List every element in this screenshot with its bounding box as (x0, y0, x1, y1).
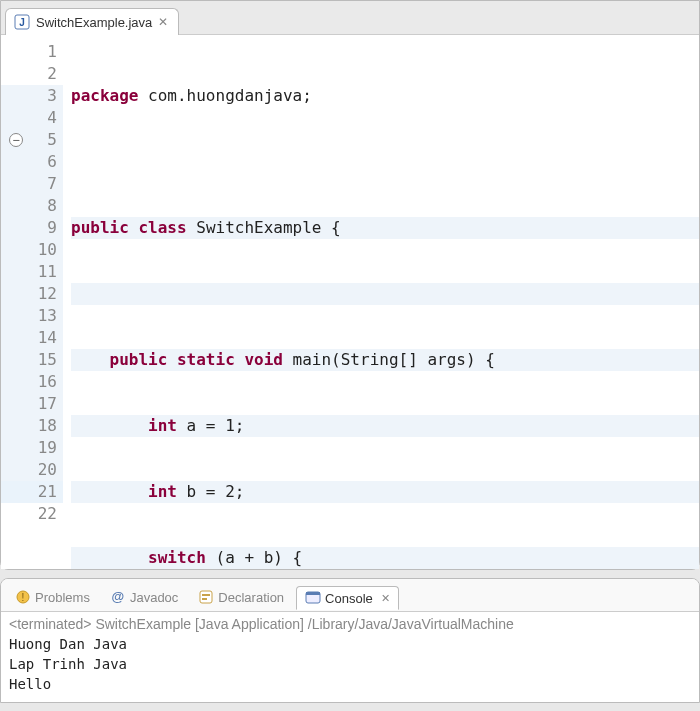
line-number: 14 (19, 327, 63, 349)
bottom-pane: ! Problems @ Javadoc Declaration Console… (0, 578, 700, 703)
svg-text:J: J (19, 17, 25, 28)
line-number: 9 (19, 217, 63, 239)
line-number: 8 (19, 195, 63, 217)
line-number: 15 (19, 349, 63, 371)
line-number: −5 (19, 129, 63, 151)
line-number: 19 (19, 437, 63, 459)
console-status: <terminated> SwitchExample [Java Applica… (9, 616, 691, 632)
line-number: 6 (19, 151, 63, 173)
line-number: 16 (19, 371, 63, 393)
view-tab-bar: ! Problems @ Javadoc Declaration Console… (1, 579, 699, 612)
code-area[interactable]: 1 2 3 4 −5 6 7 8 9 10 11 12 13 14 15 16 … (1, 35, 699, 569)
line-number: 20 (19, 459, 63, 481)
close-icon[interactable]: ✕ (158, 15, 168, 29)
line-number: 12 (19, 283, 63, 305)
editor-pane: J SwitchExample.java ✕ (0, 0, 700, 570)
line-number: 1 (19, 41, 63, 63)
line-number: 22 (19, 503, 63, 525)
console-icon (305, 590, 321, 606)
line-number: 10 (19, 239, 63, 261)
declaration-icon (198, 589, 214, 605)
console-output[interactable]: Huong Dan Java Lap Trinh Java Hello (9, 634, 691, 694)
svg-text:!: ! (22, 592, 25, 603)
editor-tab-label: SwitchExample.java (36, 15, 152, 30)
line-number: 21 (19, 481, 63, 503)
tab-problems[interactable]: ! Problems (7, 586, 98, 608)
java-file-icon: J (14, 14, 30, 30)
code-content[interactable]: package com.huongdanjava; public class S… (67, 35, 699, 569)
tab-declaration[interactable]: Declaration (190, 586, 292, 608)
tab-javadoc[interactable]: @ Javadoc (102, 586, 186, 608)
javadoc-icon: @ (110, 589, 126, 605)
editor-tab-switchexample[interactable]: J SwitchExample.java ✕ (5, 8, 179, 35)
tab-console[interactable]: Console ✕ (296, 586, 399, 610)
line-number-gutter: 1 2 3 4 −5 6 7 8 9 10 11 12 13 14 15 16 … (19, 35, 67, 569)
line-number: 17 (19, 393, 63, 415)
tab-label: Javadoc (130, 590, 178, 605)
close-icon[interactable]: ✕ (381, 592, 390, 605)
problems-icon: ! (15, 589, 31, 605)
editor-tab-bar: J SwitchExample.java ✕ (1, 1, 699, 35)
line-number: 2 (19, 63, 63, 85)
line-number: 11 (19, 261, 63, 283)
line-number: 18 (19, 415, 63, 437)
line-number: 13 (19, 305, 63, 327)
line-number: 4 (19, 107, 63, 129)
tab-label: Declaration (218, 590, 284, 605)
marker-strip (1, 35, 19, 569)
line-number: 3 (19, 85, 63, 107)
svg-rect-5 (202, 594, 210, 596)
svg-rect-6 (202, 598, 207, 600)
svg-rect-8 (306, 592, 320, 595)
tab-label: Console (325, 591, 373, 606)
fold-toggle-icon[interactable]: − (9, 133, 23, 147)
svg-rect-4 (200, 591, 212, 603)
line-number: 7 (19, 173, 63, 195)
tab-label: Problems (35, 590, 90, 605)
console-body: <terminated> SwitchExample [Java Applica… (1, 612, 699, 698)
